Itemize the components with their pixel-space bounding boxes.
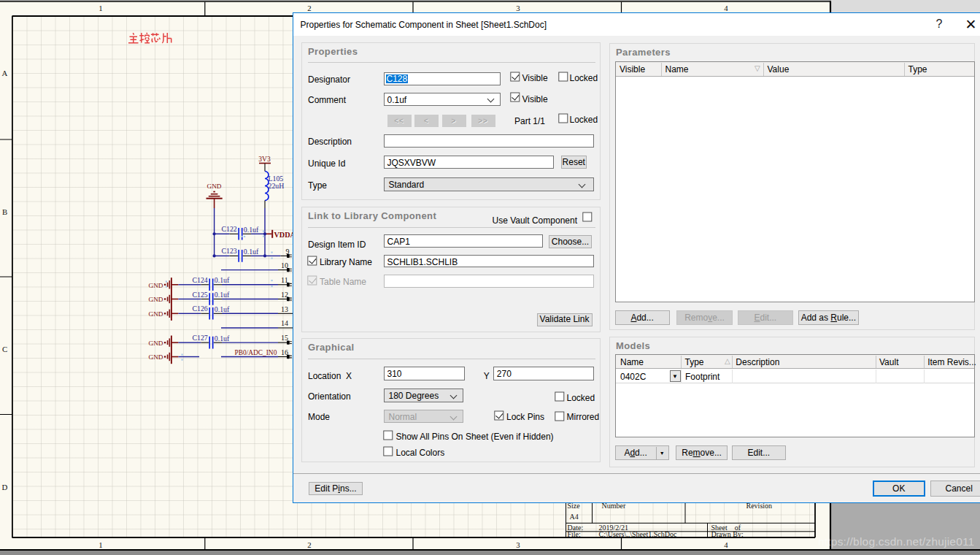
- svg-text:C: C: [2, 345, 7, 353]
- svg-text:1: 1: [99, 4, 102, 12]
- svg-text:L105: L105: [269, 175, 284, 183]
- svg-text:GND: GND: [149, 353, 163, 361]
- svg-text:3: 3: [516, 4, 520, 12]
- svg-text:D: D: [2, 483, 8, 491]
- svg-text:2: 2: [307, 4, 311, 12]
- svg-text:13: 13: [281, 305, 288, 313]
- svg-text:B: B: [2, 207, 7, 216]
- svg-text:C126: C126: [193, 305, 208, 313]
- svg-text:10: 10: [281, 261, 288, 269]
- svg-text:15: 15: [281, 334, 288, 342]
- svg-text:GND: GND: [149, 282, 163, 289]
- svg-text:C124: C124: [193, 276, 208, 284]
- svg-text:File:: File:: [568, 530, 581, 538]
- svg-text:16: 16: [281, 348, 288, 356]
- svg-text:C127: C127: [193, 334, 208, 342]
- svg-text:0.1uf: 0.1uf: [215, 305, 230, 313]
- svg-text:0.1uf: 0.1uf: [215, 291, 230, 299]
- svg-text:GND: GND: [149, 340, 163, 347]
- svg-text:C123: C123: [222, 247, 237, 255]
- svg-text:GND: GND: [149, 296, 163, 303]
- svg-text:11: 11: [281, 276, 288, 284]
- svg-text:4: 4: [724, 4, 728, 12]
- svg-text:14: 14: [281, 319, 288, 327]
- svg-text:Drawn By:: Drawn By:: [711, 530, 744, 538]
- svg-text:12: 12: [281, 291, 288, 299]
- svg-text:2: 2: [307, 540, 311, 549]
- svg-text:1: 1: [99, 540, 102, 549]
- svg-text:C122: C122: [222, 225, 237, 233]
- svg-text:9: 9: [286, 248, 290, 256]
- svg-text:0.1uf: 0.1uf: [215, 334, 230, 342]
- svg-text:C:\Users\..\Sheet1.SchDoc: C:\Users\..\Sheet1.SchDoc: [599, 530, 677, 538]
- svg-text:0.1uf: 0.1uf: [215, 276, 230, 284]
- svg-text:3V3: 3V3: [258, 156, 271, 163]
- svg-text:4: 4: [724, 540, 728, 549]
- svg-text:PB0/ADC_IN0: PB0/ADC_IN0: [235, 349, 277, 356]
- svg-text:C125: C125: [193, 291, 208, 299]
- svg-text:0.1uf: 0.1uf: [244, 248, 259, 256]
- svg-text:A4: A4: [570, 513, 579, 521]
- svg-text:22uH: 22uH: [269, 182, 285, 190]
- svg-text:GND: GND: [207, 183, 222, 190]
- svg-text:0.1uf: 0.1uf: [244, 226, 259, 234]
- svg-text:GND: GND: [149, 310, 163, 318]
- svg-text:3: 3: [516, 540, 520, 549]
- svg-text:A: A: [2, 69, 8, 77]
